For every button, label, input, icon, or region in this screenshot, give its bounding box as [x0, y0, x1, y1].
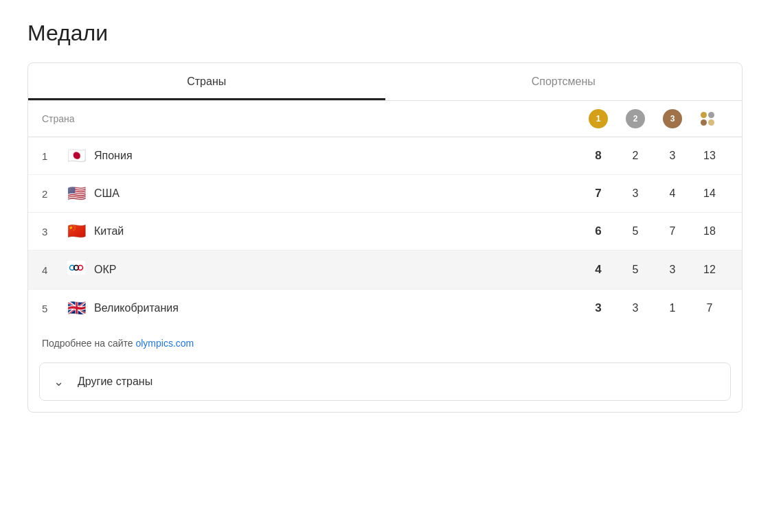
row-medals: 8 2 3 13 [580, 149, 728, 163]
row-name: Китай [94, 225, 580, 238]
row-rank: 4 [42, 264, 64, 276]
total-medal-icon [701, 112, 718, 126]
row-total: 18 [691, 225, 728, 238]
row-medals: 3 3 1 7 [580, 301, 728, 315]
header-bronze: 3 [654, 109, 691, 128]
header-gold: 1 [580, 109, 617, 128]
row-silver: 3 [617, 187, 654, 200]
row-flag: 🇨🇳 [64, 222, 89, 240]
row-bronze: 3 [654, 264, 691, 276]
row-gold: 3 [580, 301, 617, 315]
header-medals: 1 2 3 [580, 109, 728, 128]
row-bronze: 1 [654, 302, 691, 314]
olympics-link[interactable]: olympics.com [135, 338, 194, 349]
row-name: США [94, 187, 580, 200]
table-body: 1 🇯🇵 Япония 8 2 3 13 2 🇺🇸 США 7 3 4 14 3… [28, 137, 742, 327]
row-silver: 3 [617, 302, 654, 314]
chevron-down-icon: ⌄ [54, 374, 64, 389]
row-rank: 3 [42, 226, 64, 238]
row-flag: 🇺🇸 [64, 185, 89, 203]
page-title: Медали [27, 21, 743, 46]
row-name: ОКР [94, 264, 580, 276]
row-rank: 1 [42, 150, 64, 162]
row-total: 13 [691, 150, 728, 162]
row-name: Великобритания [94, 302, 580, 314]
gold-medal-icon: 1 [589, 109, 608, 128]
row-bronze: 7 [654, 225, 691, 238]
row-rank: 5 [42, 303, 64, 314]
medals-card: Страны Спортсмены Страна 1 2 3 [27, 62, 743, 413]
row-rank: 2 [42, 188, 64, 200]
header-country-label: Страна [42, 113, 580, 124]
tab-countries[interactable]: Страны [28, 63, 385, 100]
header-total [691, 112, 728, 126]
row-bronze: 3 [654, 150, 691, 162]
bronze-medal-icon: 3 [663, 109, 682, 128]
table-row[interactable]: 1 🇯🇵 Япония 8 2 3 13 [28, 137, 742, 175]
row-gold: 4 [580, 263, 617, 277]
row-gold: 7 [580, 187, 617, 200]
row-silver: 5 [617, 264, 654, 276]
row-medals: 7 3 4 14 [580, 187, 728, 200]
row-flag: 🇬🇧 [64, 299, 89, 317]
row-total: 7 [691, 302, 728, 314]
other-countries-button[interactable]: ⌄ Другие страны [39, 362, 731, 401]
row-name: Япония [94, 150, 580, 162]
silver-medal-icon: 2 [626, 109, 645, 128]
table-header: Страна 1 2 3 [28, 101, 742, 137]
row-silver: 5 [617, 225, 654, 238]
row-total: 12 [691, 264, 728, 276]
row-gold: 6 [580, 224, 617, 238]
row-bronze: 4 [654, 187, 691, 200]
table-row[interactable]: 2 🇺🇸 США 7 3 4 14 [28, 175, 742, 213]
more-info-text: Подробнее на сайте olympics.com [28, 327, 742, 354]
table-row[interactable]: 5 🇬🇧 Великобритания 3 3 1 7 [28, 290, 742, 327]
header-silver: 2 [617, 109, 654, 128]
row-flag [64, 260, 89, 279]
row-silver: 2 [617, 150, 654, 162]
row-medals: 4 5 3 12 [580, 263, 728, 277]
tab-athletes[interactable]: Спортсмены [385, 63, 743, 100]
row-flag: 🇯🇵 [64, 147, 89, 165]
other-countries-label: Другие страны [78, 375, 152, 388]
row-medals: 6 5 7 18 [580, 224, 728, 238]
table-row[interactable]: 4 ОКР 4 5 3 12 [28, 251, 742, 290]
tabs-container: Страны Спортсмены [28, 63, 742, 101]
row-total: 14 [691, 187, 728, 200]
table-row[interactable]: 3 🇨🇳 Китай 6 5 7 18 [28, 213, 742, 251]
row-gold: 8 [580, 149, 617, 163]
